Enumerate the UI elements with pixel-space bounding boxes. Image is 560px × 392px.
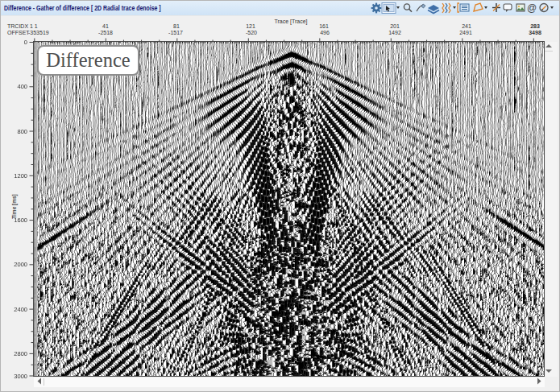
svg-text:2400: 2400	[14, 306, 27, 313]
svg-text:3000: 3000	[14, 373, 27, 380]
svg-text:0: 0	[24, 39, 27, 46]
svg-text:400: 400	[17, 83, 27, 90]
svg-text:2800: 2800	[14, 350, 27, 357]
svg-text:@: @	[527, 2, 537, 14]
svg-text:1200: 1200	[14, 172, 27, 179]
svg-text:800: 800	[17, 128, 27, 135]
svg-text:2000: 2000	[14, 261, 27, 268]
